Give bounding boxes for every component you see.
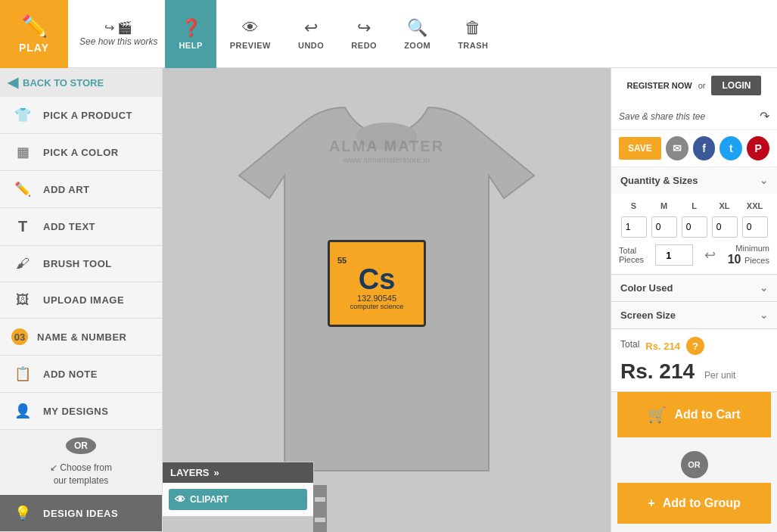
tshirt-icon: 👕 <box>11 107 34 123</box>
redo-label: REDO <box>351 41 377 50</box>
min-value: 10 <box>728 253 741 266</box>
add-art-label: ADD ART <box>43 184 90 195</box>
email-share-button[interactable]: ✉ <box>666 136 688 160</box>
brush-icon: 🖌 <box>11 256 34 272</box>
add-to-group-wrapper: + Add to Group <box>611 483 777 530</box>
undo-button[interactable]: ↩ UNDO <box>284 0 337 68</box>
facebook-share-button[interactable]: f <box>693 136 716 160</box>
zoom-button[interactable]: 🔍 ZOOM <box>390 0 444 68</box>
register-button[interactable]: REGISTER NOW <box>627 81 692 90</box>
color-used-section: Color Used ⌄ <box>611 275 777 302</box>
play-button[interactable]: ✏️ PLAY <box>0 0 68 68</box>
auth-row: REGISTER NOW or LOGIN <box>611 68 777 103</box>
add-to-cart-button[interactable]: 🛒 Add to Cart <box>617 392 771 437</box>
size-input-s[interactable] <box>621 216 647 238</box>
resize-handle[interactable] <box>315 518 325 522</box>
cart-icon: 🛒 <box>648 406 667 424</box>
twitter-share-button[interactable]: t <box>720 136 742 160</box>
sidebar-item-pick-product[interactable]: 👕 PICK A PRODUCT <box>0 97 162 134</box>
help-icon: ❓ <box>181 18 201 38</box>
trash-button[interactable]: 🗑 TRASH <box>444 0 502 68</box>
upload-image-label: UPLOAD IMAGE <box>43 294 124 306</box>
see-how-button[interactable]: ↪ 🎬 See how this works <box>79 20 157 47</box>
size-input-m[interactable] <box>651 216 677 238</box>
element-name: computer science <box>350 303 404 310</box>
size-label-l: L <box>682 201 707 210</box>
sidebar-item-my-designs[interactable]: 👤 MY DESIGNS <box>0 393 162 430</box>
layers-title: LAYERS <box>170 467 210 478</box>
choose-templates-line1: Choose from <box>60 462 112 473</box>
main-content: ◀ BACK TO STORE 👕 PICK A PRODUCT ▦ PICK … <box>0 68 777 532</box>
add-to-cart-label: Add to Cart <box>674 408 740 422</box>
layers-header[interactable]: LAYERS » <box>163 462 313 483</box>
share-buttons-row: SAVE ✉ f t P <box>611 130 777 167</box>
screen-size-header[interactable]: Screen Size ⌄ <box>611 302 777 328</box>
sidebar-item-design-ideas[interactable]: 💡 DESIGN IDEAS <box>0 495 162 532</box>
qty-sizes-chevron-icon: ⌄ <box>760 175 768 186</box>
redo-button[interactable]: ↪ REDO <box>337 0 390 68</box>
name-number-label: NAME & NUMBER <box>37 331 126 343</box>
text-icon: T <box>11 218 34 235</box>
total-pieces-input[interactable] <box>655 244 693 266</box>
person-icon: 👤 <box>11 403 34 419</box>
resize-handle[interactable] <box>315 497 325 502</box>
right-panel: REGISTER NOW or LOGIN Save & share this … <box>611 68 777 532</box>
my-designs-label: MY DESIGNS <box>43 406 108 417</box>
sidebar-item-pick-color[interactable]: ▦ PICK A COLOR <box>0 134 162 171</box>
qty-sizes-title: Quantity & Sizes <box>620 175 698 186</box>
zoom-label: ZOOM <box>404 41 430 50</box>
pieces-label: Pieces <box>744 256 769 265</box>
layer-visibility-icon: 👁 <box>175 493 185 506</box>
preview-button[interactable]: 👁 PREVIEW <box>216 0 284 68</box>
color-icon: ▦ <box>11 144 34 160</box>
zoom-icon: 🔍 <box>407 18 427 38</box>
screen-size-chevron-icon: ⌄ <box>760 310 768 321</box>
sidebar-item-add-art[interactable]: ✏️ ADD ART <box>0 171 162 208</box>
qty-sizes-content: S M L XL XXL TotalPieces ↩ <box>611 194 777 274</box>
sidebar-item-brush-tool[interactable]: 🖌 BRUSH TOOL <box>0 246 162 282</box>
save-button[interactable]: SAVE <box>619 137 661 160</box>
see-how-label: See how this works <box>79 36 157 47</box>
undo-label: UNDO <box>298 41 324 50</box>
reset-button[interactable]: ↩ <box>704 247 716 263</box>
element-symbol: Cs <box>359 265 396 294</box>
login-button[interactable]: LOGIN <box>711 76 761 95</box>
save-share-arrow-icon: ↷ <box>760 109 769 123</box>
pick-color-label: PICK A COLOR <box>43 147 119 158</box>
clipart-element[interactable]: 55 Cs 132.90545 computer science <box>328 240 426 327</box>
canvas-area[interactable]: ALMA MATER www.almamaterstore.in 55 Cs 1… <box>163 68 611 532</box>
minimum-label: Minimum <box>728 244 769 253</box>
resize-strip[interactable] <box>313 485 327 532</box>
color-used-title: Color Used <box>620 282 673 294</box>
save-share-row: Save & share this tee ↷ <box>611 103 777 130</box>
add-to-group-button[interactable]: + Add to Group <box>617 483 771 524</box>
preview-label: PREVIEW <box>230 41 271 50</box>
help-label: HELP <box>179 41 202 50</box>
pick-product-label: PICK A PRODUCT <box>43 110 132 121</box>
design-ideas-label: DESIGN IDEAS <box>43 508 118 519</box>
size-input-xl[interactable] <box>712 216 738 238</box>
color-used-header[interactable]: Color Used ⌄ <box>611 275 777 301</box>
qty-sizes-header[interactable]: Quantity & Sizes ⌄ <box>611 167 777 194</box>
help-button[interactable]: ❓ HELP <box>165 0 216 68</box>
sidebar-item-add-note[interactable]: 📋 ADD NOTE <box>0 356 162 393</box>
price-info-button[interactable]: ? <box>686 337 704 355</box>
per-unit-label: Per unit <box>704 370 735 381</box>
size-input-l[interactable] <box>682 216 707 238</box>
sidebar-item-upload-image[interactable]: 🖼 UPLOAD IMAGE <box>0 282 162 319</box>
layer-item[interactable]: 👁 CLIPART <box>169 489 307 510</box>
tshirt-container: ALMA MATER www.almamaterstore.in 55 Cs 1… <box>224 100 549 501</box>
arrow-icon: ↪ <box>104 20 114 35</box>
size-inputs-row <box>619 216 769 238</box>
choose-templates-button[interactable]: ↙ Choose from our templates <box>0 458 162 495</box>
sidebar-item-add-text[interactable]: T ADD TEXT <box>0 208 162 246</box>
pinterest-share-button[interactable]: P <box>747 136 769 160</box>
sidebar-item-name-number[interactable]: 03 NAME & NUMBER <box>0 319 162 356</box>
back-to-store-button[interactable]: ◀ BACK TO STORE <box>0 68 162 97</box>
upload-icon: 🖼 <box>11 292 34 308</box>
see-how-icons: ↪ 🎬 <box>104 20 132 35</box>
brush-tool-label: BRUSH TOOL <box>43 258 112 269</box>
size-input-xxl[interactable] <box>742 216 768 238</box>
trash-label: TRASH <box>458 41 488 50</box>
or-divider-right: OR <box>681 451 708 478</box>
